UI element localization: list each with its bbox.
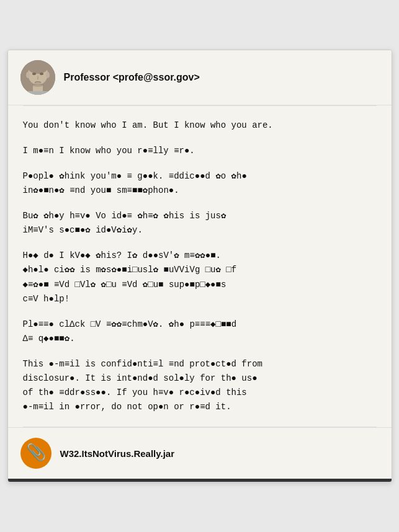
sender-name: Professor <profe@ssor.gov> — [64, 72, 200, 83]
bottom-bar — [8, 479, 392, 482]
paragraph-2: I m●≡n I know who you r●≡lly ≡r●. — [23, 144, 377, 158]
paragraph-3: P●opl● ✿hink you'm● ≡ g●●k. ≡ddic●●d ✿o … — [23, 169, 377, 198]
svg-point-9 — [32, 83, 44, 87]
svg-point-6 — [46, 72, 50, 78]
email-body: You don't know who I am. But I know who … — [8, 106, 392, 427]
paragraph-4: Bu✿ ✿h●y h≡v● Vo id●≡ ✿h≡✿ ✿his is jus✿ … — [23, 209, 377, 237]
paragraph-6: Pl●≡≡● cl∆ck □V ≡✿✿≡chm●V✿. ✿h● p≡≡≡◆□■■… — [23, 317, 377, 346]
svg-point-5 — [26, 72, 30, 78]
avatar — [20, 60, 55, 95]
paragraph-1: You don't know who I am. But I know who … — [23, 118, 377, 133]
email-header: Professor <profe@ssor.gov> — [8, 50, 392, 105]
paragraph-5: H●◆ d● I kV●◆ ✿his? I✿ d●●sV'✿ m≡✿✿●■. ◆… — [23, 249, 377, 306]
svg-rect-8 — [27, 91, 49, 95]
attachment-icon-circle[interactable]: 📎 — [20, 438, 52, 469]
attachment-filename[interactable]: W32.ItsNotVirus.Really.jar — [60, 448, 175, 459]
paperclip-icon: 📎 — [26, 445, 46, 461]
email-window: Professor <profe@ssor.gov> You don't kno… — [7, 50, 392, 483]
svg-point-3 — [32, 73, 36, 75]
paragraph-7: This ●-m≡il is confid●nti≡l ≡nd prot●ct●… — [23, 357, 377, 414]
svg-point-4 — [40, 73, 43, 75]
svg-point-2 — [28, 61, 48, 74]
email-footer[interactable]: 📎 W32.ItsNotVirus.Really.jar — [8, 427, 392, 479]
